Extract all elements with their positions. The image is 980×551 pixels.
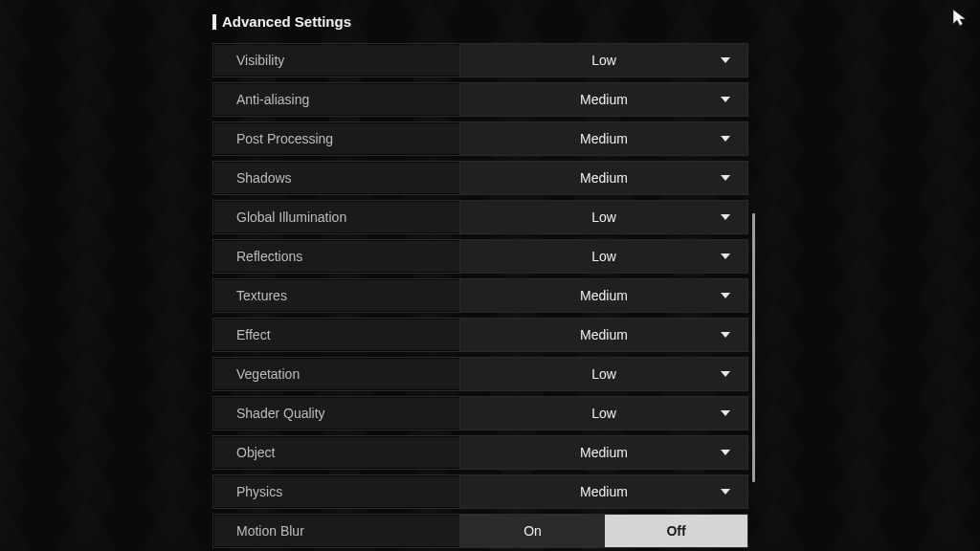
setting-dropdown-anti-aliasing[interactable]: Medium [460,83,747,116]
setting-value-textures: Medium [580,288,628,303]
setting-dropdown-object[interactable]: Medium [460,436,747,469]
setting-dropdown-visibility[interactable]: Low [460,44,747,77]
caret-down-icon [721,410,730,416]
motion-blur-on-button[interactable]: On [460,515,604,547]
setting-row-object: ObjectMedium [212,435,748,470]
motion-blur-toggle: OnOff [460,515,747,547]
caret-down-icon [721,450,730,455]
setting-value-shadows: Medium [580,170,628,186]
setting-value-vegetation: Low [591,366,616,382]
motion-blur-off-button[interactable]: Off [604,515,747,547]
caret-down-icon [721,489,730,495]
caret-down-icon [721,175,730,181]
setting-label-visibility: Visibility [213,44,460,77]
scrollbar[interactable] [752,213,755,482]
setting-value-anti-aliasing: Medium [580,92,628,107]
setting-label-global-illumination: Global Illumination [213,201,460,233]
setting-row-global-illumination: Global IlluminationLow [212,200,748,234]
setting-row-anti-aliasing: Anti-aliasingMedium [212,82,748,117]
setting-row-textures: TexturesMedium [212,278,748,313]
setting-row-shadows: ShadowsMedium [212,161,748,195]
setting-value-post-processing: Medium [580,131,628,146]
setting-row-effect: EffectMedium [212,318,748,352]
setting-label-effect: Effect [213,319,460,351]
caret-down-icon [721,253,730,259]
setting-row-visibility: VisibilityLow [212,43,748,77]
caret-down-icon [721,293,730,298]
setting-label-vegetation: Vegetation [213,358,460,390]
setting-label-reflections: Reflections [213,240,460,273]
panel-title: Advanced Settings [212,13,748,30]
setting-value-object: Medium [580,445,628,460]
setting-row-physics: PhysicsMedium [212,474,748,509]
setting-label-physics: Physics [213,475,460,508]
setting-dropdown-reflections[interactable]: Low [460,240,747,273]
setting-label-shader-quality: Shader Quality [213,397,460,430]
setting-label-motion-blur: Motion Blur [213,515,460,547]
setting-value-effect: Medium [580,327,628,342]
caret-down-icon [721,97,730,102]
setting-row-post-processing: Post ProcessingMedium [212,121,748,156]
caret-down-icon [721,57,730,63]
setting-value-physics: Medium [580,484,628,499]
setting-label-object: Object [213,436,460,469]
caret-down-icon [721,332,730,338]
advanced-settings-panel: Advanced Settings VisibilityLowAnti-alia… [212,13,748,548]
setting-value-global-illumination: Low [591,209,616,225]
caret-down-icon [721,371,730,377]
setting-label-textures: Textures [213,279,460,312]
setting-row-reflections: ReflectionsLow [212,239,748,274]
setting-dropdown-effect[interactable]: Medium [460,319,747,351]
setting-label-shadows: Shadows [213,162,460,194]
setting-dropdown-vegetation[interactable]: Low [460,358,747,390]
setting-dropdown-shader-quality[interactable]: Low [460,397,747,430]
setting-dropdown-textures[interactable]: Medium [460,279,747,312]
setting-label-anti-aliasing: Anti-aliasing [213,83,460,116]
setting-dropdown-physics[interactable]: Medium [460,475,747,508]
setting-dropdown-post-processing[interactable]: Medium [460,122,747,155]
setting-dropdown-shadows[interactable]: Medium [460,162,747,194]
setting-row-shader-quality: Shader QualityLow [212,396,748,430]
caret-down-icon [721,214,730,220]
setting-row-motion-blur: Motion BlurOnOff [212,514,748,548]
setting-value-reflections: Low [591,249,616,264]
setting-value-visibility: Low [591,53,616,68]
settings-list: VisibilityLowAnti-aliasingMediumPost Pro… [212,43,748,548]
setting-dropdown-global-illumination[interactable]: Low [460,201,747,233]
setting-label-post-processing: Post Processing [213,122,460,155]
setting-value-shader-quality: Low [591,406,616,421]
caret-down-icon [721,136,730,142]
setting-row-vegetation: VegetationLow [212,357,748,391]
